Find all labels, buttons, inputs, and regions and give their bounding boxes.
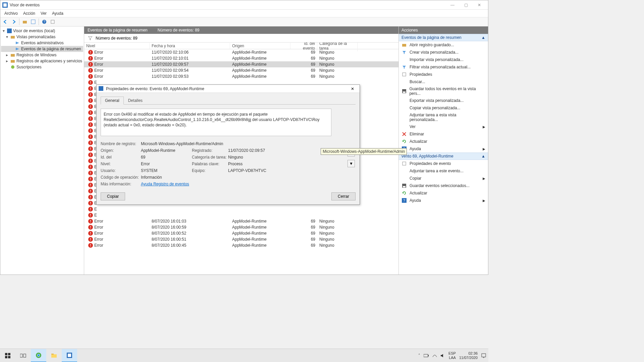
tray-chevron-icon[interactable]: ˄ <box>418 353 420 358</box>
action-item[interactable]: Importar vista personalizada... <box>399 56 488 63</box>
col-origin[interactable]: Origen <box>230 43 290 49</box>
table-row[interactable]: !Error8/07/2020 16:01:03AppModel-Runtime… <box>84 218 398 224</box>
table-row[interactable]: !Error11/07/2020 02:09:54AppModel-Runtim… <box>84 67 398 73</box>
tree-app-logs[interactable]: ▸Registros de aplicaciones y servicios <box>1 58 83 64</box>
action-item[interactable]: Ver▶ <box>399 123 488 130</box>
forward-button[interactable] <box>10 18 17 25</box>
error-icon: ! <box>88 68 93 73</box>
minimize-button[interactable]: — <box>446 1 459 9</box>
action-item[interactable]: Propiedades de evento <box>399 160 488 167</box>
table-row[interactable]: !Error8/07/2020 16:00:45AppModel-Runtime… <box>84 242 398 248</box>
table-row[interactable]: !E <box>84 212 398 218</box>
action-item[interactable]: ?Ayuda▶ <box>399 145 488 153</box>
tree-subscriptions[interactable]: Suscripciones <box>1 64 83 70</box>
explorer-icon[interactable] <box>46 349 62 362</box>
next-event-button[interactable]: ▼ <box>347 160 355 167</box>
action-item[interactable]: Copiar▶ <box>399 175 488 182</box>
action-icon <box>401 88 407 94</box>
filter-icon <box>88 36 93 41</box>
lang-primary[interactable]: ESP <box>448 351 456 355</box>
error-icon: ! <box>88 116 93 121</box>
actions-section-event[interactable]: vento 69, AppModel-Runtime▲ <box>399 153 488 160</box>
wifi-icon[interactable] <box>432 354 437 358</box>
close-button[interactable]: ✕ <box>473 1 486 9</box>
action-icon: ? <box>401 198 407 203</box>
action-item[interactable]: Crear vista personalizada... <box>399 49 488 56</box>
table-row[interactable]: !Error11/07/2020 02:10:01AppModel-Runtim… <box>84 55 398 61</box>
svg-rect-26 <box>5 356 7 358</box>
menu-ver[interactable]: Ver <box>38 10 49 16</box>
table-row[interactable]: !Error11/07/2020 02:09:53AppModel-Runtim… <box>84 73 398 79</box>
copy-button[interactable]: Copiar <box>101 192 125 200</box>
action-item[interactable]: Eliminar <box>399 130 488 138</box>
action-item[interactable]: ?Ayuda▶ <box>399 197 488 204</box>
event-viewer-taskbar-icon[interactable] <box>62 349 77 362</box>
start-button[interactable] <box>0 349 15 362</box>
action-item[interactable]: Propiedades <box>399 71 488 78</box>
dialog-close-button[interactable]: ✕ <box>347 85 358 93</box>
svg-rect-15 <box>403 92 406 93</box>
svg-rect-9 <box>11 54 15 57</box>
taskview-icon[interactable] <box>15 349 31 362</box>
tree-custom-views[interactable]: ▾Vistas personalizadas <box>1 34 83 40</box>
collapse-icon[interactable]: ▲ <box>481 154 485 159</box>
link-moreinfo[interactable]: Ayuda Registro de eventos <box>141 182 189 186</box>
help-button[interactable]: ? <box>41 18 48 25</box>
action-item[interactable]: Abrir registro guardado... <box>399 41 488 49</box>
table-row[interactable]: !Error11/07/2020 02:10:06AppModel-Runtim… <box>84 49 398 55</box>
event-details: Nombre de registro: Microsoft-Windows-Ap… <box>101 141 356 186</box>
action-item[interactable]: Buscar... <box>399 78 488 85</box>
svg-text:?: ? <box>43 20 45 24</box>
tree-summary-events[interactable]: Eventos de la página de resumen <box>1 46 83 52</box>
tree-root[interactable]: ▾Visor de eventos (local) <box>1 28 83 34</box>
app-title: Visor de eventos <box>10 3 446 7</box>
table-row[interactable]: !Error8/07/2020 16:00:59AppModel-Runtime… <box>84 224 398 230</box>
action-item[interactable]: Guardar todos los eventos en la vista pe… <box>399 85 488 97</box>
tab-general[interactable]: General <box>101 97 124 105</box>
lbl-id: Id. del <box>101 155 140 160</box>
event-message[interactable]: Error con 0x490 al modificar el estado d… <box>101 109 331 136</box>
tree-admin-events[interactable]: Eventos administrativos <box>1 40 83 46</box>
svg-rect-39 <box>482 354 486 357</box>
val-keywords: Process <box>228 162 278 166</box>
collapse-icon[interactable]: ▲ <box>481 35 485 40</box>
dialog-titlebar[interactable]: Propiedades de evento: Evento 69, AppMod… <box>97 85 360 93</box>
menu-ayuda[interactable]: Ayuda <box>49 10 66 16</box>
table-row[interactable]: !E <box>84 206 398 212</box>
battery-icon[interactable] <box>424 354 429 357</box>
chrome-icon[interactable] <box>31 349 46 362</box>
action-item[interactable]: Exportar vista personalizada... <box>399 97 488 104</box>
close-button[interactable]: Cerrar <box>331 192 356 200</box>
action-item[interactable]: Adjuntar tarea a esta vista personalizad… <box>399 112 488 123</box>
action-item[interactable]: Adjuntar tarea a este evento... <box>399 167 488 175</box>
action-item[interactable]: Actualizar <box>399 138 488 145</box>
tree-win-logs[interactable]: ▸Registros de Windows <box>1 52 83 58</box>
action-item[interactable]: Actualizar <box>399 189 488 197</box>
menu-accion[interactable]: Acción <box>20 10 38 16</box>
clock-date[interactable]: 11/07/2020 <box>459 356 478 360</box>
table-row[interactable]: !Error8/07/2020 16:00:51AppModel-Runtime… <box>84 236 398 242</box>
toolbar-btn-2[interactable] <box>30 18 37 25</box>
col-date[interactable]: Fecha y hora <box>150 43 230 49</box>
lang-secondary[interactable]: LAA <box>449 356 456 360</box>
action-item[interactable]: Copiar vista personalizada... <box>399 104 488 112</box>
tree-pane[interactable]: ▾Visor de eventos (local) ▾Vistas person… <box>0 26 84 275</box>
error-icon: ! <box>88 134 93 139</box>
action-item[interactable]: Filtrar vista personalizada actual... <box>399 63 488 71</box>
notifications-icon[interactable] <box>481 353 486 358</box>
back-button[interactable] <box>2 18 9 25</box>
table-row[interactable]: !Error11/07/2020 02:09:57AppModel-Runtim… <box>84 61 398 67</box>
col-level[interactable]: Nivel <box>84 43 150 49</box>
toolbar-btn-4[interactable] <box>49 18 56 25</box>
action-item[interactable]: Guardar eventos seleccionados... <box>399 182 488 189</box>
volume-icon[interactable] <box>440 354 445 358</box>
clock-time[interactable]: 02:36 <box>468 351 478 355</box>
tab-details[interactable]: Detalles <box>124 97 147 105</box>
action-icon <box>401 57 407 62</box>
list-header-title: Eventos de la página de resumen <box>88 28 148 33</box>
toolbar-btn-1[interactable] <box>21 18 29 25</box>
actions-section-view[interactable]: Eventos de la página de resumen▲ <box>399 34 488 41</box>
menu-archivo[interactable]: Archivo <box>2 10 20 16</box>
table-row[interactable]: !Error8/07/2020 16:00:52AppModel-Runtime… <box>84 230 398 236</box>
maximize-button[interactable]: ▢ <box>459 1 473 9</box>
